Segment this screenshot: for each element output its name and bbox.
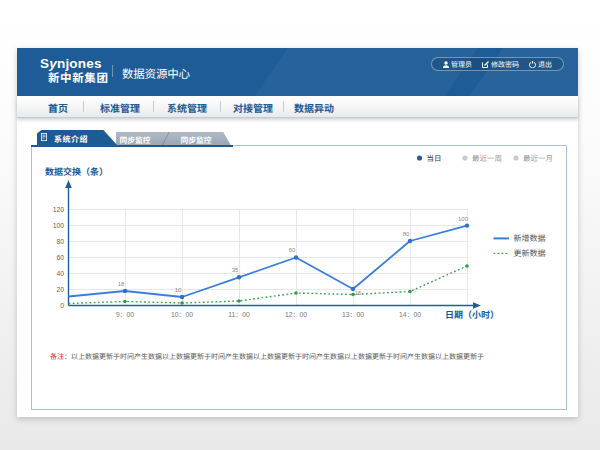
svg-text:9：00: 9：00 (116, 309, 134, 319)
svg-text:100: 100 (458, 216, 469, 222)
svg-text:14：00: 14：00 (399, 309, 421, 319)
svg-text:80: 80 (403, 231, 410, 237)
svg-text:40: 40 (56, 270, 64, 277)
svg-text:0: 0 (60, 302, 64, 309)
svg-text:最近一周: 最近一周 (472, 152, 502, 163)
svg-text:120: 120 (53, 206, 65, 213)
svg-text:20: 20 (56, 286, 64, 293)
svg-text:60: 60 (56, 254, 64, 261)
svg-text:18: 18 (118, 281, 125, 287)
svg-text:15: 15 (355, 290, 362, 296)
svg-text:80: 80 (56, 238, 64, 245)
svg-text:新增数据: 新增数据 (514, 232, 546, 243)
svg-text:10: 10 (175, 287, 182, 293)
svg-text:13：00: 13：00 (342, 309, 364, 319)
svg-text:10：00: 10：00 (171, 309, 193, 319)
svg-text:数据交换（条）: 数据交换（条） (45, 165, 108, 178)
svg-text:11：00: 11：00 (228, 309, 250, 319)
svg-text:当日: 当日 (427, 152, 442, 163)
svg-text:最近一月: 最近一月 (523, 152, 553, 163)
svg-text:35: 35 (232, 267, 239, 273)
svg-text:更新数据: 更新数据 (514, 247, 546, 258)
svg-text:日期（小时）: 日期（小时） (445, 308, 499, 321)
svg-text:100: 100 (53, 222, 65, 229)
svg-text:12：00: 12：00 (285, 309, 307, 319)
svg-text:60: 60 (289, 247, 296, 253)
